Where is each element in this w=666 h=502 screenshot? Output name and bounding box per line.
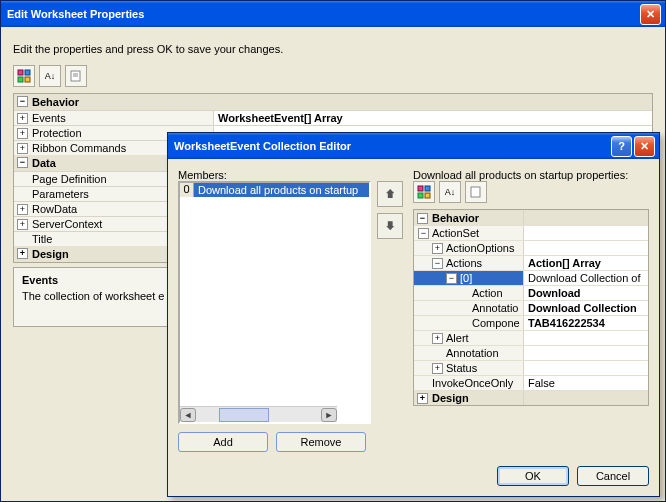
move-up-button[interactable]: 🡅 xyxy=(377,181,403,207)
close-button[interactable]: ✕ xyxy=(640,4,661,25)
expand-icon[interactable]: + xyxy=(417,393,428,404)
scroll-right-button[interactable]: ► xyxy=(321,408,337,422)
events-value: WorksheetEvent[] Array xyxy=(218,112,343,124)
expand-icon[interactable]: + xyxy=(17,248,28,259)
window-title: WorksheetEvent Collection Editor xyxy=(174,140,351,152)
protection-label: Protection xyxy=(32,127,82,139)
svg-rect-10 xyxy=(425,193,430,198)
remove-button[interactable]: Remove xyxy=(276,432,366,452)
action-value: Download xyxy=(528,287,581,299)
collapse-icon[interactable]: − xyxy=(418,228,429,239)
close-icon: ✕ xyxy=(646,8,655,21)
help-icon: ? xyxy=(618,140,625,152)
alphabetical-button[interactable]: A↓ xyxy=(39,65,61,87)
category-behavior: Behavior xyxy=(432,212,479,224)
rowdata-label: RowData xyxy=(32,203,77,215)
svg-rect-8 xyxy=(425,186,430,191)
svg-rect-7 xyxy=(418,186,423,191)
annotation-value: Download Collection xyxy=(528,302,637,314)
property-pages-button[interactable] xyxy=(465,181,487,203)
serverctx-label: ServerContext xyxy=(32,218,102,230)
events-label: Events xyxy=(32,112,66,124)
category-data: Data xyxy=(32,157,56,169)
actionset-label: ActionSet xyxy=(432,227,479,239)
category-design: Design xyxy=(32,248,69,260)
sort-icon: A↓ xyxy=(445,187,456,197)
selected-row[interactable]: −[0]Download Collection of xyxy=(414,270,648,285)
pages-icon xyxy=(69,69,83,83)
category-design: Design xyxy=(432,392,469,404)
svg-rect-1 xyxy=(25,70,30,75)
members-listbox[interactable]: 0 Download all products on startup ◄ ► xyxy=(178,181,371,424)
svg-rect-11 xyxy=(471,187,480,197)
actions-label: Actions xyxy=(446,257,482,269)
collapse-icon[interactable]: − xyxy=(17,96,28,107)
list-item[interactable]: 0 Download all products on startup xyxy=(180,183,369,197)
arrow-up-icon: 🡅 xyxy=(385,188,396,200)
collapse-icon[interactable]: − xyxy=(432,258,443,269)
expand-icon[interactable]: + xyxy=(17,113,28,124)
index0-label: [0] xyxy=(460,272,472,284)
help-button[interactable]: ? xyxy=(611,136,632,157)
annotation-label: Annotatio xyxy=(472,302,518,314)
titlebar: WorksheetEvent Collection Editor ? ✕ xyxy=(168,133,659,159)
component-value: TAB416222534 xyxy=(528,317,605,329)
index0-value: Download Collection of xyxy=(524,271,648,285)
svg-rect-3 xyxy=(25,77,30,82)
move-down-button[interactable]: 🡇 xyxy=(377,213,403,239)
horizontal-scrollbar[interactable]: ◄ ► xyxy=(180,406,337,422)
sort-icon: A↓ xyxy=(45,71,56,81)
categorized-button[interactable] xyxy=(13,65,35,87)
ok-button[interactable]: OK xyxy=(497,466,569,486)
instruction-text: Edit the properties and press OK to save… xyxy=(13,43,653,55)
collapse-icon[interactable]: − xyxy=(17,157,28,168)
invoke-value: False xyxy=(524,376,648,390)
expand-icon[interactable]: + xyxy=(17,143,28,154)
member-name: Download all products on startup xyxy=(194,183,369,197)
close-icon: ✕ xyxy=(640,140,649,153)
properties-label: Download all products on startup propert… xyxy=(413,169,649,181)
svg-rect-0 xyxy=(18,70,23,75)
window-title: Edit Worksheet Properties xyxy=(7,8,144,20)
add-button[interactable]: Add xyxy=(178,432,268,452)
expand-icon[interactable]: + xyxy=(17,128,28,139)
annotation2-label: Annotation xyxy=(446,347,499,359)
collapse-icon[interactable]: − xyxy=(446,273,457,284)
expand-icon[interactable]: + xyxy=(432,363,443,374)
actions-value: Action[] Array xyxy=(528,257,601,269)
property-grid: −Behavior −ActionSet +ActionOptions −Act… xyxy=(413,209,649,406)
property-toolbar: A↓ xyxy=(413,181,649,203)
expand-icon[interactable]: + xyxy=(17,219,28,230)
categorized-icon xyxy=(17,69,31,83)
titlebar: Edit Worksheet Properties ✕ xyxy=(1,1,665,27)
category-behavior: Behavior xyxy=(32,96,79,108)
close-button[interactable]: ✕ xyxy=(634,136,655,157)
property-toolbar: A↓ xyxy=(13,65,653,87)
expand-icon[interactable]: + xyxy=(432,333,443,344)
property-pages-button[interactable] xyxy=(65,65,87,87)
categorized-button[interactable] xyxy=(413,181,435,203)
cancel-button[interactable]: Cancel xyxy=(577,466,649,486)
ribbon-label: Ribbon Commands xyxy=(32,142,126,154)
pagedef-label: Page Definition xyxy=(32,173,107,185)
scroll-thumb[interactable] xyxy=(219,408,269,422)
expand-icon[interactable]: + xyxy=(17,204,28,215)
svg-rect-9 xyxy=(418,193,423,198)
categorized-icon xyxy=(417,185,431,199)
actionoptions-label: ActionOptions xyxy=(446,242,514,254)
scroll-left-button[interactable]: ◄ xyxy=(180,408,196,422)
expand-icon[interactable]: + xyxy=(432,243,443,254)
alert-label: Alert xyxy=(446,332,469,344)
params-label: Parameters xyxy=(32,188,89,200)
title-label: Title xyxy=(32,233,52,245)
collection-editor-window: WorksheetEvent Collection Editor ? ✕ Mem… xyxy=(167,132,660,497)
invoke-label: InvokeOnceOnly xyxy=(432,377,513,389)
action-label: Action xyxy=(472,287,503,299)
collapse-icon[interactable]: − xyxy=(417,213,428,224)
alphabetical-button[interactable]: A↓ xyxy=(439,181,461,203)
pages-icon xyxy=(469,185,483,199)
events-row[interactable]: +Events WorksheetEvent[] Array xyxy=(14,110,652,125)
status-label: Status xyxy=(446,362,477,374)
arrow-down-icon: 🡇 xyxy=(385,220,396,232)
svg-rect-2 xyxy=(18,77,23,82)
